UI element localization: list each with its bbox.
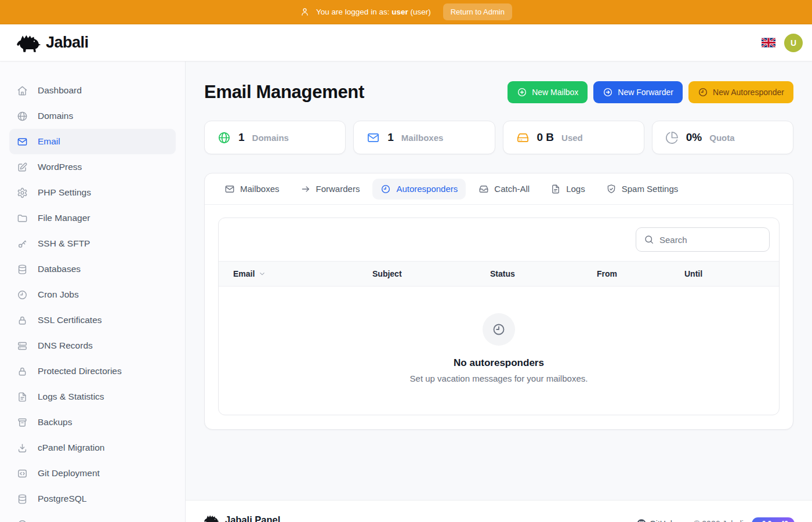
sidebar-item-logs-statistics[interactable]: Logs & Statistics xyxy=(9,384,176,409)
uk-flag-icon xyxy=(762,38,775,48)
stat-label: Quota xyxy=(709,133,734,143)
sidebar-item-label: cPanel Migration xyxy=(38,443,104,453)
autoresponders-table: Email Subject Status From xyxy=(218,217,780,415)
sidebar-item-dns-records[interactable]: DNS Records xyxy=(9,333,176,358)
column-header-until[interactable]: Until xyxy=(684,269,764,278)
lock-icon xyxy=(17,366,28,377)
user-icon xyxy=(300,7,310,17)
column-header-subject[interactable]: Subject xyxy=(372,269,490,278)
sidebar-item-label: PHP Settings xyxy=(38,187,91,198)
column-label: Email xyxy=(233,269,255,278)
pie-chart-icon xyxy=(665,131,679,144)
column-label: Status xyxy=(490,269,515,278)
column-header-email[interactable]: Email xyxy=(233,269,372,278)
sidebar-item-postgresql[interactable]: PostgreSQL xyxy=(9,486,176,512)
gear-icon xyxy=(17,187,28,198)
home-icon xyxy=(17,85,28,96)
email-panel: Mailboxes Forwarders Autoresponders Catc… xyxy=(204,173,793,430)
footer-separator: · xyxy=(683,519,686,522)
tab-logs[interactable]: Logs xyxy=(542,179,593,200)
clock-icon xyxy=(380,184,391,194)
brand-name: Jabali xyxy=(46,34,89,52)
sidebar-item-protected-directories[interactable]: Protected Directories xyxy=(9,358,176,384)
column-label: Until xyxy=(684,269,702,278)
sidebar-item-partial[interactable] xyxy=(9,512,176,522)
login-message-prefix: You are logged in as: xyxy=(316,8,389,16)
key-icon xyxy=(17,238,28,249)
language-flag-button[interactable] xyxy=(762,38,775,48)
clock-icon xyxy=(492,322,506,336)
stat-label: Mailboxes xyxy=(401,133,444,143)
tab-label: Logs xyxy=(566,184,585,194)
tab-mailboxes[interactable]: Mailboxes xyxy=(216,179,288,200)
return-to-admin-button[interactable]: Return to Admin xyxy=(443,3,512,20)
tab-autoresponders[interactable]: Autoresponders xyxy=(372,179,466,200)
arrow-right-icon xyxy=(300,184,311,194)
tab-label: Forwarders xyxy=(316,184,360,194)
sidebar-item-label: PostgreSQL xyxy=(38,494,86,504)
sidebar-item-wordpress[interactable]: WordPress xyxy=(9,154,176,180)
sidebar-item-php-settings[interactable]: PHP Settings xyxy=(9,180,176,205)
tab-catch-all[interactable]: Catch-All xyxy=(470,179,538,200)
github-link[interactable]: GitHub xyxy=(637,519,675,522)
sidebar-item-backups[interactable]: Backups xyxy=(9,409,176,435)
edit-icon xyxy=(17,162,28,173)
sidebar-item-dashboard[interactable]: Dashboard xyxy=(9,78,176,103)
sidebar-item-label: SSL Certificates xyxy=(38,315,102,325)
boar-logo-icon xyxy=(15,32,42,53)
github-icon xyxy=(637,519,646,522)
column-header-from[interactable]: From xyxy=(597,269,684,278)
sidebar-item-cpanel-migration[interactable]: cPanel Migration xyxy=(9,435,176,461)
version-badge: v0.9-rc42 xyxy=(752,517,795,522)
sidebar-item-label: Cron Jobs xyxy=(38,289,79,300)
column-label: Subject xyxy=(372,269,402,278)
sidebar-item-label: SSH & SFTP xyxy=(38,238,90,249)
sidebar-item-label: WordPress xyxy=(38,162,82,172)
app-header: Jabali U xyxy=(0,24,812,61)
panel-body: Email Subject Status From xyxy=(205,205,793,429)
sidebar-item-git-deployment[interactable]: Git Deployment xyxy=(9,461,176,486)
new-autoresponder-button[interactable]: New Autoresponder xyxy=(688,81,793,103)
sidebar: Dashboard Domains Email WordPress PHP Se… xyxy=(0,61,186,522)
search-row xyxy=(219,218,779,261)
stat-card-mailboxes: 1 Mailboxes xyxy=(353,121,495,154)
table-header-row: Email Subject Status From xyxy=(219,261,779,287)
search-icon xyxy=(644,234,654,245)
page-actions: New Mailbox New Forwarder New Autorespon… xyxy=(507,81,793,103)
sidebar-item-label: Dashboard xyxy=(38,85,82,96)
avatar[interactable]: U xyxy=(784,34,803,52)
brand[interactable]: Jabali xyxy=(15,32,89,53)
page-title: Email Management xyxy=(204,82,364,103)
new-mailbox-button[interactable]: New Mailbox xyxy=(507,81,588,103)
sidebar-item-ssl-certificates[interactable]: SSL Certificates xyxy=(9,307,176,333)
sidebar-item-cron-jobs[interactable]: Cron Jobs xyxy=(9,282,176,307)
footer-brand-name: Jabali Panel xyxy=(225,514,280,522)
search-input[interactable] xyxy=(659,235,762,245)
search-box[interactable] xyxy=(636,227,770,252)
column-header-status[interactable]: Status xyxy=(490,269,597,278)
tab-spam-settings[interactable]: Spam Settings xyxy=(598,179,687,200)
empty-state-title: No autoresponders xyxy=(454,357,544,369)
sidebar-item-label: Databases xyxy=(38,264,81,274)
stat-label: Used xyxy=(561,133,583,143)
stat-value: 1 xyxy=(238,131,245,144)
code-icon xyxy=(17,468,28,479)
tab-forwarders[interactable]: Forwarders xyxy=(292,179,368,200)
sidebar-item-domains[interactable]: Domains xyxy=(9,103,176,129)
empty-state: No autoresponders Set up vacation messag… xyxy=(219,287,779,415)
sidebar-item-ssh-sftp[interactable]: SSH & SFTP xyxy=(9,231,176,256)
tab-label: Autoresponders xyxy=(396,184,458,194)
sidebar-item-email[interactable]: Email xyxy=(9,129,176,154)
stat-card-quota: 0% Quota xyxy=(652,121,793,154)
inbox-icon xyxy=(478,184,489,194)
mail-icon xyxy=(367,131,380,144)
page-head: Email Management New Mailbox New Forward… xyxy=(204,81,793,103)
login-username: user xyxy=(392,8,408,16)
sidebar-item-databases[interactable]: Databases xyxy=(9,256,176,282)
sidebar-item-file-manager[interactable]: File Manager xyxy=(9,205,176,231)
stat-label: Domains xyxy=(252,133,289,143)
login-message: You are logged in as: user (user) xyxy=(316,8,431,16)
stats-row: 1 Domains 1 Mailboxes 0 B Used 0% Quota xyxy=(204,121,793,154)
chevron-down-icon xyxy=(258,270,266,278)
new-forwarder-button[interactable]: New Forwarder xyxy=(593,81,683,103)
